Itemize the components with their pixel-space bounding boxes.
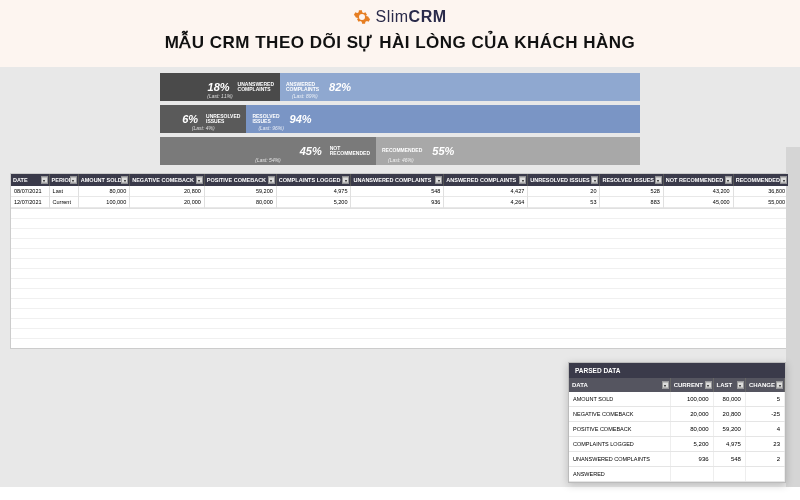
kpi-left-last: (Last: 11%) xyxy=(207,93,233,99)
table-row[interactable]: 08/07/2021Last80,00020,80059,2004,975548… xyxy=(11,186,789,197)
column-header[interactable]: UNRESOLVED ISSUES▾ xyxy=(528,174,600,186)
table-cell: 20 xyxy=(528,186,600,197)
parsed-cell: -25 xyxy=(745,407,784,422)
kpi-bar-left: 18%UNANSWEREDCOMPLAINTS(Last: 11%) xyxy=(160,73,280,101)
main-data-table: DATE▾PERIOD▾AMOUNT SOLD▾NEGATIVE COMEBAC… xyxy=(11,174,789,208)
filter-dropdown-icon[interactable]: ▾ xyxy=(268,177,275,184)
main-table-wrap: DATE▾PERIOD▾AMOUNT SOLD▾NEGATIVE COMEBAC… xyxy=(10,173,790,349)
table-cell: 936 xyxy=(351,197,444,208)
table-cell: 80,000 xyxy=(204,197,276,208)
table-cell: 4,427 xyxy=(444,186,528,197)
filter-dropdown-icon[interactable]: ▾ xyxy=(70,177,77,184)
parsed-row[interactable]: UNANSWERED COMPLAINTS9365482 xyxy=(569,452,785,467)
kpi-left-label: UNANSWEREDCOMPLAINTS xyxy=(238,82,274,93)
filter-dropdown-icon[interactable]: ▾ xyxy=(737,382,744,389)
table-cell: 100,000 xyxy=(78,197,129,208)
table-row[interactable]: 12/07/2021Current100,00020,00080,0005,20… xyxy=(11,197,789,208)
parsed-row[interactable]: AMOUNT SOLD100,00080,0005 xyxy=(569,392,785,407)
column-header[interactable]: NEGATIVE COMEBACK▾ xyxy=(130,174,205,186)
kpi-right-last: (Last: 96%) xyxy=(258,125,284,131)
filter-dropdown-icon[interactable]: ▾ xyxy=(591,177,598,184)
parsed-row[interactable]: NEGATIVE COMEBACK20,00020,800-25 xyxy=(569,407,785,422)
kpi-right-last: (Last: 89%) xyxy=(292,93,318,99)
parsed-cell: 20,000 xyxy=(670,407,713,422)
column-header[interactable]: RESOLVED ISSUES▾ xyxy=(600,174,663,186)
filter-dropdown-icon[interactable]: ▾ xyxy=(776,382,783,389)
column-header[interactable]: COMPLAINTS LOGGED▾ xyxy=(276,174,351,186)
table-cell: 43,200 xyxy=(663,186,733,197)
table-cell: 5,200 xyxy=(276,197,351,208)
kpi-left-pct: 6% xyxy=(182,113,198,125)
parsed-cell xyxy=(670,467,713,482)
column-header[interactable]: NOT RECOMMENDED▾ xyxy=(663,174,733,186)
kpi-right-pct: 55% xyxy=(432,145,454,157)
parsed-row[interactable]: POSITIVE COMEBACK80,00059,2004 xyxy=(569,422,785,437)
kpi-bar-left: 6%UNRESOLVEDISSUES(Last: 4%) xyxy=(160,105,246,133)
table-cell: Last xyxy=(49,186,78,197)
parsed-column-header[interactable]: DATA▾ xyxy=(569,378,670,392)
column-header[interactable]: PERIOD▾ xyxy=(49,174,78,186)
table-cell: 548 xyxy=(351,186,444,197)
table-cell: 528 xyxy=(600,186,663,197)
column-header[interactable]: RECOMMENDED▾ xyxy=(733,174,788,186)
filter-dropdown-icon[interactable]: ▾ xyxy=(662,382,669,389)
parsed-cell xyxy=(713,467,745,482)
kpi-bar-right: RESOLVEDISSUES94%(Last: 96%) xyxy=(246,105,640,133)
parsed-cell: COMPLAINTS LOGGED xyxy=(569,437,670,452)
parsed-row[interactable]: COMPLAINTS LOGGED5,2004,97523 xyxy=(569,437,785,452)
kpi-left-label: NOTRECOMMENDED xyxy=(330,146,370,157)
filter-dropdown-icon[interactable]: ▾ xyxy=(519,177,526,184)
parsed-cell: 100,000 xyxy=(670,392,713,407)
filter-dropdown-icon[interactable]: ▾ xyxy=(435,177,442,184)
filter-dropdown-icon[interactable]: ▾ xyxy=(780,177,787,184)
table-cell: Current xyxy=(49,197,78,208)
table-cell: 55,000 xyxy=(733,197,788,208)
table-cell: 20,000 xyxy=(130,197,205,208)
column-header[interactable]: AMOUNT SOLD▾ xyxy=(78,174,129,186)
table-cell: 45,000 xyxy=(663,197,733,208)
kpi-left-pct: 18% xyxy=(208,81,230,93)
parsed-cell: 80,000 xyxy=(670,422,713,437)
parsed-cell: 23 xyxy=(745,437,784,452)
parsed-cell: 59,200 xyxy=(713,422,745,437)
parsed-title: PARSED DATA xyxy=(569,363,785,378)
parsed-row[interactable]: ANSWERED xyxy=(569,467,785,482)
parsed-cell: 2 xyxy=(745,452,784,467)
table-cell: 20,800 xyxy=(130,186,205,197)
table-cell: 08/07/2021 xyxy=(11,186,49,197)
table-cell: 12/07/2021 xyxy=(11,197,49,208)
table-cell: 4,975 xyxy=(276,186,351,197)
table-header-row: DATE▾PERIOD▾AMOUNT SOLD▾NEGATIVE COMEBAC… xyxy=(11,174,789,186)
kpi-right-label: RESOLVEDISSUES xyxy=(252,114,279,125)
parsed-column-header[interactable]: CHANGE▾ xyxy=(745,378,784,392)
filter-dropdown-icon[interactable]: ▾ xyxy=(41,177,48,184)
parsed-cell: POSITIVE COMEBACK xyxy=(569,422,670,437)
filter-dropdown-icon[interactable]: ▾ xyxy=(705,382,712,389)
parsed-column-header[interactable]: LAST▾ xyxy=(713,378,745,392)
kpi-left-pct: 45% xyxy=(300,145,322,157)
parsed-cell: 5 xyxy=(745,392,784,407)
filter-dropdown-icon[interactable]: ▾ xyxy=(121,177,128,184)
column-header[interactable]: POSITIVE COMEBACK▾ xyxy=(204,174,276,186)
content-area: 18%UNANSWEREDCOMPLAINTS(Last: 11%)ANSWER… xyxy=(0,67,800,487)
parsed-cell xyxy=(745,467,784,482)
filter-dropdown-icon[interactable]: ▾ xyxy=(725,177,732,184)
gear-icon xyxy=(353,8,371,26)
column-header[interactable]: UNANSWERED COMPLAINTS▾ xyxy=(351,174,444,186)
kpi-bar-row: 6%UNRESOLVEDISSUES(Last: 4%)RESOLVEDISSU… xyxy=(160,105,640,133)
filter-dropdown-icon[interactable]: ▾ xyxy=(342,177,349,184)
parsed-cell: NEGATIVE COMEBACK xyxy=(569,407,670,422)
parsed-column-header[interactable]: CURRENT▾ xyxy=(670,378,713,392)
kpi-bar-left: 45%NOTRECOMMENDED(Last: 54%) xyxy=(160,137,376,165)
table-cell: 4,264 xyxy=(444,197,528,208)
kpi-bar-right: ANSWEREDCOMPLAINTS82%(Last: 89%) xyxy=(280,73,640,101)
parsed-cell: 5,200 xyxy=(670,437,713,452)
column-header[interactable]: DATE▾ xyxy=(11,174,49,186)
filter-dropdown-icon[interactable]: ▾ xyxy=(655,177,662,184)
column-header[interactable]: ANSWERED COMPLAINTS▾ xyxy=(444,174,528,186)
kpi-left-last: (Last: 4%) xyxy=(192,125,215,131)
filter-dropdown-icon[interactable]: ▾ xyxy=(196,177,203,184)
kpi-bar-row: 18%UNANSWEREDCOMPLAINTS(Last: 11%)ANSWER… xyxy=(160,73,640,101)
parsed-cell: 4 xyxy=(745,422,784,437)
kpi-right-label: RECOMMENDED xyxy=(382,148,422,154)
